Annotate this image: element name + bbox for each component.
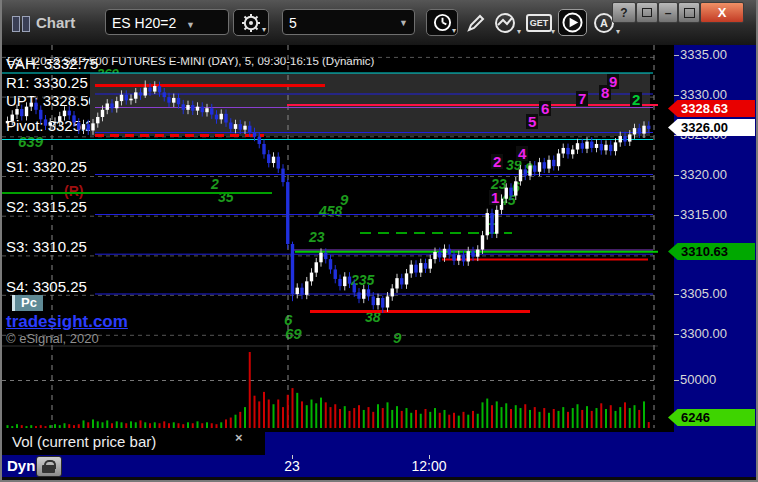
time-template-button[interactable]: ▾ bbox=[426, 9, 458, 36]
axis-price-label: 3315.00 bbox=[680, 207, 727, 222]
trade-marker-magenta: 9 bbox=[607, 74, 619, 89]
line-study-icon bbox=[494, 12, 518, 34]
dynamic-mode-label: Dyn bbox=[7, 457, 35, 474]
draw-button[interactable] bbox=[463, 9, 489, 36]
price-badge: 3310.63 bbox=[668, 243, 755, 260]
play-icon bbox=[562, 12, 583, 33]
lock-scale-button[interactable] bbox=[36, 456, 62, 477]
pencil-icon bbox=[465, 12, 487, 34]
close-icon[interactable]: × bbox=[235, 430, 243, 445]
window-bottom-edge bbox=[2, 477, 758, 482]
play-button[interactable] bbox=[558, 9, 587, 36]
chevron-down-icon: ▼ bbox=[186, 20, 195, 30]
indicator-tab-row: Vol (current price bar) × bbox=[2, 429, 674, 455]
axis-price-label: 3305.00 bbox=[680, 286, 727, 301]
toolbar: Chart ES H20=2 ▼ ▾ 5 ▼ bbox=[2, 0, 756, 45]
chevron-down-icon: ▾ bbox=[517, 27, 521, 36]
volume-tab[interactable]: Vol (current price bar) bbox=[12, 433, 156, 450]
settings-button[interactable]: ▾ bbox=[233, 9, 269, 36]
price-badge: 3328.63 bbox=[668, 100, 755, 117]
chevron-down-icon: ▼ bbox=[399, 10, 408, 36]
axis-price-label: 3300.00 bbox=[680, 326, 727, 341]
tradesight-link[interactable]: tradesight.com bbox=[6, 312, 128, 332]
time-tick-label: 12:00 bbox=[411, 458, 446, 474]
esignal-chart-window: Chart ES H20=2 ▼ ▾ 5 ▼ bbox=[0, 0, 758, 482]
restore-button[interactable] bbox=[636, 2, 658, 23]
axis-price-label: 3320.00 bbox=[680, 167, 727, 182]
minimize-icon: – bbox=[665, 6, 672, 20]
price-axis[interactable]: 3335.003330.003325.003320.003315.003310.… bbox=[674, 45, 758, 477]
minimize-button[interactable]: – bbox=[658, 2, 678, 23]
trade-marker-magenta: 1 bbox=[489, 190, 501, 205]
help-icon: ? bbox=[620, 6, 627, 20]
tab-row-filler bbox=[265, 432, 674, 455]
get-icon: GET bbox=[526, 14, 553, 32]
chevron-down-icon: ▾ bbox=[452, 26, 456, 35]
trade-marker-magenta: 5 bbox=[526, 114, 538, 129]
chevron-down-icon: ▾ bbox=[616, 27, 620, 36]
help-button[interactable]: ? bbox=[612, 2, 636, 23]
esignal-copyright: © eSignal, 2020 bbox=[6, 331, 99, 346]
svg-text:A: A bbox=[600, 17, 608, 29]
symbol-value: ES H20=2 bbox=[112, 15, 176, 31]
window-title: Chart bbox=[36, 14, 75, 31]
time-axis[interactable]: Dyn 2312:00 bbox=[2, 455, 758, 477]
studies-button[interactable]: ▾ bbox=[491, 9, 521, 36]
trade-marker-magenta: 4 bbox=[516, 146, 528, 161]
time-tick-label: 23 bbox=[284, 458, 300, 474]
price-badge: 3326.00 bbox=[668, 119, 755, 136]
axis-price-label: 50000 bbox=[680, 372, 716, 387]
restore-icon bbox=[642, 8, 652, 17]
maximize-icon bbox=[684, 8, 695, 18]
trade-marker-green: 2 bbox=[630, 92, 642, 107]
chart-window-icon bbox=[12, 16, 32, 31]
pc-indicator-badge[interactable]: Pc bbox=[12, 295, 43, 311]
close-icon: X bbox=[718, 5, 727, 20]
trade-marker-magenta: 6 bbox=[539, 101, 551, 116]
maximize-button[interactable] bbox=[678, 2, 700, 23]
get-data-button[interactable]: GET ▾ bbox=[523, 9, 555, 36]
price-badge: 6246 bbox=[668, 409, 755, 426]
candlestick-plot[interactable] bbox=[2, 45, 674, 455]
axis-price-label: 3335.00 bbox=[680, 47, 727, 62]
axis-price-label: 3330.00 bbox=[680, 87, 727, 102]
chevron-down-icon: ▾ bbox=[262, 25, 266, 34]
symbol-dropdown[interactable]: ES H20=2 ▼ bbox=[105, 9, 229, 35]
trade-marker-magenta: 2 bbox=[491, 154, 503, 169]
clock-icon bbox=[433, 13, 452, 32]
close-button[interactable]: X bbox=[700, 2, 744, 23]
chevron-down-icon: ▾ bbox=[551, 27, 555, 36]
interval-dropdown[interactable]: 5 ▼ bbox=[282, 9, 415, 35]
interval-value: 5 bbox=[289, 15, 297, 31]
gear-icon bbox=[241, 13, 261, 33]
trade-marker-magenta: 7 bbox=[576, 91, 588, 106]
